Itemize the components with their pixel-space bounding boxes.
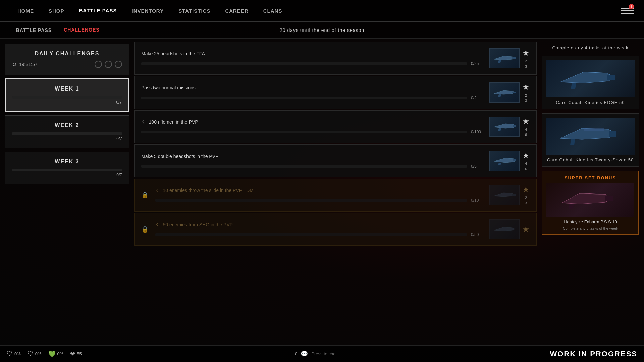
stat-hearts: ❤ 55 xyxy=(70,350,82,358)
week-3-card[interactable]: WEEK 3 0/7 xyxy=(5,152,129,184)
press-to-chat: Press to chat xyxy=(311,351,337,356)
reward-weapon-img-1 xyxy=(546,60,635,97)
lock-icon-6: 🔒 xyxy=(141,226,149,233)
challenge-4-weapon-img xyxy=(489,151,520,171)
super-set-weapon-img xyxy=(546,183,634,217)
svg-rect-1 xyxy=(512,92,516,93)
left-sidebar: DAILY CHALLENGES ↻ 19:31:57 WEEK 1 xyxy=(0,39,134,345)
challenge-2[interactable]: Pass two normal missions 0/2 xyxy=(134,76,537,109)
heal-icon: 💚 xyxy=(48,350,56,358)
nav-home[interactable]: HOME xyxy=(10,0,41,21)
challenge-5-name: Kill 10 enemies throw the slide in the P… xyxy=(155,187,484,194)
right-header: Complete any 4 tasks of the week xyxy=(542,44,639,52)
challenge-5: 🔒 Kill 10 enemies throw the slide in the… xyxy=(134,179,537,212)
circle-3 xyxy=(115,61,122,68)
super-set-sub-label: Complete any 3 tasks of the week xyxy=(546,226,634,230)
svg-rect-6 xyxy=(609,131,616,137)
stat-heal: 💚 0% xyxy=(48,350,64,358)
circle-2 xyxy=(105,61,112,68)
challenge-3-progress: 0/100 xyxy=(471,130,484,134)
week-2-progress-bar xyxy=(12,132,122,135)
challenge-1-rewards: ★ 2 3 xyxy=(489,48,530,68)
chat-icon: 💬 xyxy=(301,350,308,358)
stat-heal-val: 0% xyxy=(57,351,64,356)
svg-rect-8 xyxy=(605,196,613,201)
top-nav: HOME SHOP BATTLE PASS INVENTORY STATISTI… xyxy=(0,0,644,22)
challenge-3-name: Kill 100 riflemen in the PVP xyxy=(141,119,484,126)
challenge-6-progress: 0/50 xyxy=(471,232,484,237)
week-1-title: WEEK 1 xyxy=(12,86,122,92)
challenge-5-r1: 2 xyxy=(525,196,527,200)
challenge-4-progress: 0/5 xyxy=(471,164,484,169)
sub-nav: Battle Pass Challenges 20 days until the… xyxy=(0,22,644,39)
timer-value: 19:31:57 xyxy=(19,62,38,67)
challenge-1-main: Make 25 headshots in the FFA 0/25 xyxy=(141,51,484,66)
challenge-5-progress: 0/10 xyxy=(471,198,484,203)
shield-icon: 🛡 xyxy=(7,350,13,357)
nav-battle-pass[interactable]: BATTLE PASS xyxy=(72,0,124,21)
nav-career[interactable]: CAREER xyxy=(218,0,256,21)
week-3-progress-label: 0/7 xyxy=(12,173,122,177)
nav-statistics[interactable]: STATISTICS xyxy=(171,0,218,21)
challenge-2-r1: 2 xyxy=(525,93,527,97)
challenge-2-name: Pass two normal missions xyxy=(141,85,484,92)
challenge-2-star: ★ xyxy=(522,82,530,92)
nav-inventory[interactable]: INVENTORY xyxy=(124,0,171,21)
svg-rect-4 xyxy=(512,194,516,196)
challenge-1-reward-col: ★ 2 3 xyxy=(522,48,530,68)
week-1-card[interactable]: WEEK 1 0/7 xyxy=(5,78,129,112)
season-countdown: 20 days until the end of the season xyxy=(280,27,364,33)
subnav-challenges[interactable]: Challenges xyxy=(58,22,105,38)
svg-rect-5 xyxy=(607,75,615,80)
svg-rect-2 xyxy=(513,125,516,127)
circle-indicators xyxy=(95,61,122,68)
refresh-icon: ↻ xyxy=(12,61,16,68)
heart-icon: ❤ xyxy=(70,350,75,358)
subnav-battle-pass[interactable]: Battle Pass xyxy=(10,22,58,38)
week-2-card[interactable]: WEEK 2 0/7 xyxy=(5,115,129,148)
challenges-list: Make 25 headshots in the FFA 0/25 xyxy=(134,39,537,345)
challenge-1-progress: 0/25 xyxy=(471,61,484,66)
challenge-2-progress: 0/2 xyxy=(471,96,484,100)
challenge-3[interactable]: Kill 100 riflemen in the PVP 0/100 xyxy=(134,110,537,143)
super-set-title: SUPER SET BONUS xyxy=(546,175,634,180)
reward-weapon-label-2: Card Cobalt Kinetics Twenty-Seven 50 xyxy=(546,157,635,162)
challenge-5-star: ★ xyxy=(522,185,530,194)
work-in-progress-label: WORK IN PROGRESS xyxy=(550,350,637,358)
week-3-progress-bar xyxy=(12,169,122,171)
circle-1 xyxy=(95,61,102,68)
hamburger-button[interactable]: 1 xyxy=(621,4,634,17)
right-sidebar: Complete any 4 tasks of the week Card Co… xyxy=(537,39,644,345)
nav-clans[interactable]: CLANS xyxy=(256,0,290,21)
super-set-card: SUPER SET BONUS Lightcycle Fabarm P.S.S.… xyxy=(542,171,639,235)
challenge-6-name: Kill 50 enemies from SHG in the PVP xyxy=(155,222,484,228)
reward-weapon-img-2 xyxy=(546,118,635,155)
week-2-progress-label: 0/7 xyxy=(12,136,122,141)
daily-challenges-card: DAILY CHALLENGES ↻ 19:31:57 xyxy=(5,44,129,75)
nav-shop[interactable]: SHOP xyxy=(41,0,72,21)
svg-rect-0 xyxy=(512,57,516,59)
challenge-3-r2: 6 xyxy=(525,133,527,137)
stat-shield2-val: 0% xyxy=(35,351,42,356)
challenge-4-name: Make 5 double headshots in the PVP xyxy=(141,153,484,160)
challenge-1[interactable]: Make 25 headshots in the FFA 0/25 xyxy=(134,42,537,75)
week-1-progress-label: 0/7 xyxy=(12,100,122,105)
reward-weapon-label-1: Card Cobalt Kinetics EDGE 50 xyxy=(546,100,635,105)
hamburger-badge: 1 xyxy=(629,4,634,9)
challenge-4[interactable]: Make 5 double headshots in the PVP 0/5 xyxy=(134,144,537,177)
timer-info: ↻ 19:31:57 xyxy=(12,61,38,68)
week-2-title: WEEK 2 xyxy=(12,122,122,128)
chat-area[interactable]: 0 💬 Press to chat xyxy=(89,350,543,358)
week-3-title: WEEK 3 xyxy=(12,159,122,165)
challenge-3-star: ★ xyxy=(522,117,530,126)
week-1-progress-bar xyxy=(12,96,122,99)
stat-hearts-val: 55 xyxy=(77,351,82,356)
challenge-6-star: ★ xyxy=(522,225,530,234)
main-content: DAILY CHALLENGES ↻ 19:31:57 WEEK 1 xyxy=(0,39,644,345)
reward-card-1: Card Cobalt Kinetics EDGE 50 xyxy=(542,56,639,109)
challenge-5-weapon-img xyxy=(489,185,520,205)
lock-icon-5: 🔒 xyxy=(141,191,149,199)
svg-rect-3 xyxy=(513,159,516,161)
super-set-weapon-label: Lightcycle Fabarm P.S.S.10 xyxy=(546,219,634,224)
challenge-4-r2: 6 xyxy=(525,167,527,171)
